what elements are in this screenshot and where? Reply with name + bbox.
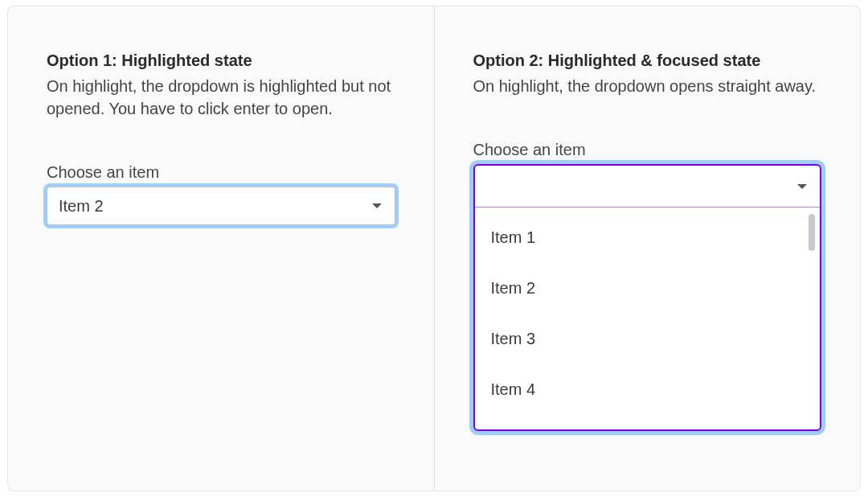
dropdown-option[interactable]: Item 4: [475, 364, 821, 415]
option-1-title: Option 1: Highlighted state: [47, 50, 395, 72]
option-2-description: On highlight, the dropdown opens straigh…: [473, 75, 822, 97]
dropdown-open-control[interactable]: Item 1 Item 2 Item 3 Item 4: [473, 164, 822, 431]
dropdown-highlighted-control[interactable]: Item 2: [47, 187, 395, 225]
dropdown-option[interactable]: Item 1: [475, 212, 821, 263]
option-2-title: Option 2: Highlighted & focused state: [473, 50, 822, 72]
select-label-1: Choose an item: [47, 163, 395, 182]
dropdown-selected-value: Item 2: [59, 197, 104, 216]
panel-option-2: Option 2: Highlighted & focused state On…: [435, 6, 861, 491]
dropdown-option[interactable]: Item 2: [475, 263, 821, 314]
option-1-description: On highlight, the dropdown is highlighte…: [47, 75, 395, 120]
dropdown-options-list: Item 1 Item 2 Item 3 Item 4: [475, 207, 821, 429]
dropdown-highlighted[interactable]: Item 2: [47, 187, 395, 225]
chevron-down-icon: [797, 184, 807, 189]
scrollbar-thumb[interactable]: [809, 214, 815, 251]
select-label-2: Choose an item: [473, 141, 822, 159]
demo-container: Option 1: Highlighted state On highlight…: [7, 6, 861, 491]
dropdown-open-top[interactable]: [475, 166, 821, 207]
chevron-down-icon: [372, 203, 382, 208]
panel-option-1: Option 1: Highlighted state On highlight…: [8, 6, 435, 491]
dropdown-option[interactable]: Item 3: [475, 314, 821, 364]
dropdown-open[interactable]: Item 1 Item 2 Item 3 Item 4: [473, 164, 822, 431]
